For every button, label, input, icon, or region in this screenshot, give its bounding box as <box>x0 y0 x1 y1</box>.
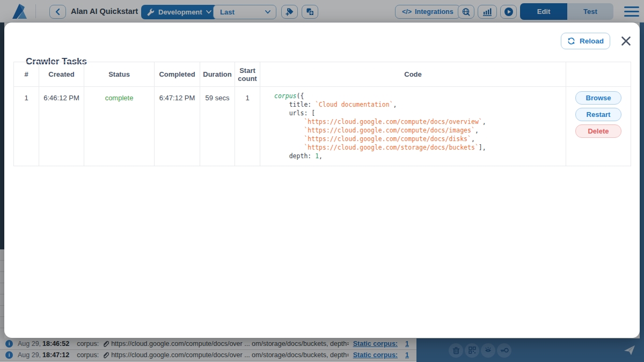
cell-num: 1 <box>14 87 39 166</box>
header-created: Created <box>39 62 84 87</box>
cell-completed: 6:47:12 PM <box>155 87 200 166</box>
header-actions <box>566 62 631 87</box>
header-completed: Completed <box>155 62 200 87</box>
restart-button[interactable]: Restart <box>575 108 621 121</box>
close-modal-button[interactable] <box>619 34 632 47</box>
header-num: # <box>14 62 39 87</box>
header-code: Code <box>260 62 566 87</box>
table-row: 1 6:46:12 PM complete 6:47:12 PM 59 secs… <box>14 87 631 166</box>
cell-created: 6:46:12 PM <box>39 87 84 166</box>
header-status: Status <box>84 62 155 87</box>
table-header-row: # Created Status Completed Duration Star… <box>14 62 631 87</box>
close-icon <box>621 36 631 46</box>
browse-button[interactable]: Browse <box>575 91 621 105</box>
crawler-tasks-table: # Created Status Completed Duration Star… <box>13 62 631 166</box>
code-block: corpus({ title: `Cloud documentation`, u… <box>260 87 566 166</box>
status-badge: complete <box>84 87 155 166</box>
row-actions: Browse Restart Delete <box>566 87 631 166</box>
delete-button[interactable]: Delete <box>575 124 621 138</box>
reload-label: Reload <box>580 37 604 45</box>
cell-duration: 59 secs <box>200 87 235 166</box>
alan-ai-studio: Alan AI Quickstart Development Last <box>0 0 644 362</box>
refresh-icon <box>567 37 575 45</box>
header-start-count: Start count <box>235 62 260 87</box>
header-duration: Duration <box>200 62 235 87</box>
crawler-tasks-modal: Crawler Tasks Reload # Cr <box>4 23 640 338</box>
cell-start-count: 1 <box>235 87 260 166</box>
reload-button[interactable]: Reload <box>561 33 610 49</box>
